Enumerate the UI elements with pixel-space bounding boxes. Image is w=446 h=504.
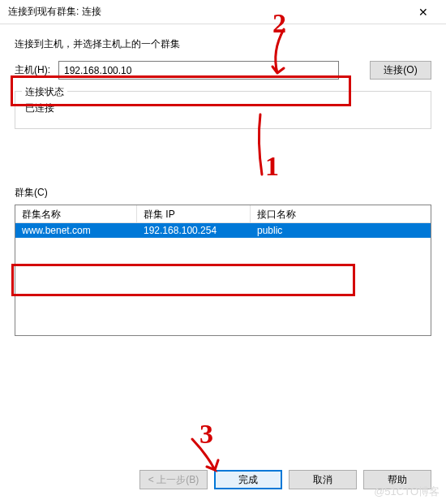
watermark: @51CTO博客 <box>374 485 440 499</box>
connection-status-group: 连接状态 已连接 <box>15 91 431 129</box>
host-row: 主机(H): 连接(O) <box>15 61 431 80</box>
cluster-label: 群集(C) <box>15 186 431 200</box>
column-header-name[interactable]: 群集名称 <box>15 205 137 222</box>
table-header: 群集名称 群集 IP 接口名称 <box>15 205 431 223</box>
column-header-interface[interactable]: 接口名称 <box>251 205 431 222</box>
window-titlebar: 连接到现有群集: 连接 ✕ <box>0 0 446 24</box>
instruction-text: 连接到主机，并选择主机上的一个群集 <box>15 37 431 51</box>
connect-button[interactable]: 连接(O) <box>370 61 431 80</box>
cancel-button[interactable]: 取消 <box>289 470 357 489</box>
status-group-title: 连接状态 <box>22 85 67 99</box>
cell-interface: public <box>251 225 348 236</box>
status-text: 已连接 <box>24 101 422 115</box>
table-row[interactable]: www.benet.com 192.168.100.254 public <box>15 223 431 238</box>
column-header-ip[interactable]: 群集 IP <box>137 205 251 222</box>
window-title: 连接到现有群集: 连接 <box>8 5 101 19</box>
cell-cluster-name: www.benet.com <box>15 225 137 236</box>
annotation-number-3: 3 <box>199 419 213 450</box>
finish-button[interactable]: 完成 <box>214 470 282 489</box>
dialog-content: 连接到主机，并选择主机上的一个群集 主机(H): 连接(O) 连接状态 已连接 … <box>0 24 446 336</box>
host-input[interactable] <box>58 61 339 80</box>
back-button: < 上一步(B) <box>139 470 208 489</box>
close-icon[interactable]: ✕ <box>407 1 440 24</box>
cluster-table[interactable]: 群集名称 群集 IP 接口名称 www.benet.com 192.168.10… <box>15 205 431 336</box>
host-label: 主机(H): <box>15 63 50 77</box>
cell-cluster-ip: 192.168.100.254 <box>137 225 251 236</box>
